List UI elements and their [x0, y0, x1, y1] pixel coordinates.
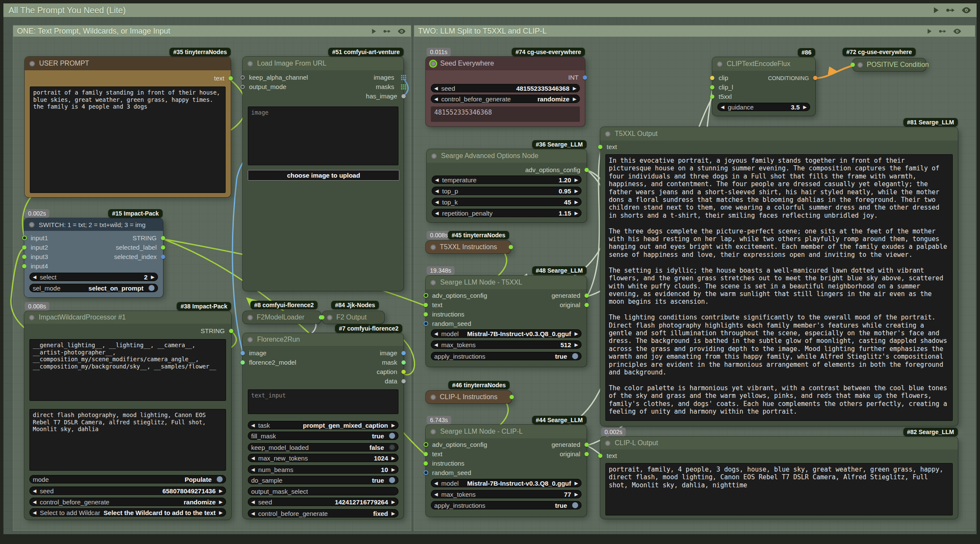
output-port-original[interactable] [585, 452, 589, 456]
choose-image-button[interactable]: choose image to upload [248, 170, 399, 181]
node-header[interactable]: Load Image From URL [243, 57, 404, 70]
node-searge-llm-t5xxl[interactable]: Searge LLM Node - T5XXL adv_options_conf… [426, 276, 587, 367]
collapse-dot-icon[interactable] [605, 440, 610, 446]
toggle-icon[interactable] [149, 285, 155, 291]
increment-arrow-icon[interactable]: ▶ [575, 178, 578, 182]
widget-select[interactable]: ◀ select 2 ▶ [29, 273, 158, 281]
node-f2-model-loader[interactable]: F2ModelLoader [243, 311, 321, 324]
toggle-icon[interactable] [389, 477, 395, 483]
node-t5xxl-output[interactable]: T5XXL Output text In this evocative port… [600, 127, 958, 426]
decrement-arrow-icon[interactable]: ◀ [434, 97, 438, 101]
decrement-arrow-icon[interactable]: ◀ [251, 500, 255, 504]
output-port-selected-label[interactable] [161, 245, 165, 250]
increment-arrow-icon[interactable]: ▶ [575, 343, 578, 347]
decrement-arrow-icon[interactable]: ◀ [33, 275, 36, 279]
output-port-image[interactable] [401, 351, 406, 355]
decrement-arrow-icon[interactable]: ◀ [251, 467, 255, 472]
node-seed-everywhere[interactable]: Seed Everywhere INT ◀ seed 4815523353463… [426, 57, 585, 127]
widget-mode[interactable]: mode Populate [29, 475, 226, 484]
image-url-textarea[interactable]: image [248, 106, 398, 165]
toggle-icon[interactable] [389, 444, 395, 450]
text-input-textarea[interactable]: text_input [248, 389, 398, 414]
increment-arrow-icon[interactable]: ▶ [575, 189, 578, 193]
input-port[interactable] [320, 315, 324, 319]
collapse-dot-icon[interactable] [717, 61, 722, 67]
input-port-input3[interactable] [22, 255, 26, 259]
collapse-dot-icon[interactable] [857, 62, 863, 68]
eye-icon[interactable] [397, 28, 406, 35]
node-header[interactable]: T5XXL Output [600, 127, 958, 141]
collapse-dot-icon[interactable] [431, 153, 437, 159]
prompt-textarea[interactable]: portrait of a family standing in front o… [30, 86, 226, 193]
group-one-header[interactable]: ONE: Text Prompt, Wildcards, or Image In… [13, 26, 411, 37]
output-port-string[interactable] [161, 236, 165, 240]
play-icon[interactable] [931, 6, 940, 14]
output-port-has-image[interactable] [401, 94, 406, 98]
increment-arrow-icon[interactable]: ▶ [575, 211, 578, 216]
populated-textarea[interactable]: direct flash photography, mood lighting,… [29, 409, 226, 471]
increment-arrow-icon[interactable]: ▶ [575, 200, 578, 204]
node-load-image-from-url[interactable]: Load Image From URL keep_alpha_channel i… [243, 57, 404, 291]
output-port-selected-index[interactable] [161, 255, 165, 259]
widget-control-before-generate[interactable]: ◀ control_before_generate randomize ▶ [431, 95, 580, 103]
output-port-string[interactable] [229, 329, 233, 333]
input-port-clip[interactable] [710, 76, 714, 80]
node-t5xxl-instructions[interactable]: T5XXL Instructions [426, 241, 511, 253]
node-header[interactable]: Searge LLM Node - T5XXL [426, 276, 587, 289]
node-f2-output[interactable]: F2 Output [322, 311, 384, 324]
increment-arrow-icon[interactable]: ▶ [219, 510, 223, 515]
input-port-clip-l[interactable] [710, 85, 714, 89]
input-port[interactable] [851, 63, 855, 67]
output-port-conditioning[interactable] [813, 76, 817, 80]
input-port-florence2-model[interactable] [241, 360, 245, 365]
eye-icon[interactable] [953, 28, 962, 35]
increment-arrow-icon[interactable]: ▶ [392, 500, 395, 504]
increment-arrow-icon[interactable]: ▶ [575, 331, 578, 336]
input-port-text[interactable] [424, 452, 428, 456]
node-header[interactable]: Searge LLM Node - CLIP-L [426, 425, 587, 438]
output-port-generated[interactable] [585, 443, 589, 447]
collapse-dot-icon[interactable] [29, 61, 35, 66]
increment-arrow-icon[interactable]: ▶ [392, 467, 395, 472]
widget-output-mask-select[interactable]: output_mask_select [248, 487, 398, 495]
output-port-mask[interactable] [401, 360, 406, 365]
node-header[interactable]: Seed Everywhere [426, 57, 585, 70]
input-port-instructions[interactable] [424, 312, 428, 317]
node-header[interactable]: CLIP-L Output [600, 437, 958, 449]
bypass-link-icon[interactable] [383, 28, 392, 35]
widget-fill-mask[interactable]: fill_mask true [248, 432, 398, 440]
input-port-keep-alpha-channel[interactable] [241, 75, 245, 80]
output-port-masks-grid-icon[interactable] [401, 84, 406, 89]
increment-arrow-icon[interactable]: ▶ [219, 500, 223, 504]
input-port-adv-options-config[interactable] [424, 293, 428, 298]
input-port-text[interactable] [598, 145, 602, 149]
decrement-arrow-icon[interactable]: ◀ [435, 189, 438, 193]
decrement-arrow-icon[interactable]: ◀ [435, 200, 438, 204]
collapse-dot-icon[interactable] [430, 61, 436, 66]
decrement-arrow-icon[interactable]: ◀ [33, 510, 36, 515]
toggle-icon[interactable] [217, 476, 223, 482]
collapse-dot-icon[interactable] [247, 61, 253, 66]
output-port-data[interactable] [401, 379, 406, 383]
toggle-icon[interactable] [389, 433, 395, 439]
widget-select-wildcard[interactable]: ◀ Select to add Wildcard Select the Wild… [29, 508, 226, 517]
increment-arrow-icon[interactable]: ▶ [392, 511, 395, 516]
increment-arrow-icon[interactable]: ▶ [151, 275, 155, 279]
output-port-original[interactable] [585, 303, 589, 307]
decrement-arrow-icon[interactable]: ◀ [33, 500, 36, 504]
decrement-arrow-icon[interactable]: ◀ [434, 481, 438, 486]
widget-max-tokens[interactable]: ◀ max_tokens 512 ▶ [431, 340, 582, 349]
widget-apply-instructions[interactable]: apply_instructions true [431, 501, 582, 509]
clip-l-output-textarea[interactable]: portrait, family, 4 people, 3 dogs, hous… [605, 463, 953, 515]
group-two-header[interactable]: TWO: LLM Split to T5XXL and CLIP-L [414, 26, 975, 37]
node-header[interactable]: Florence2Run [243, 333, 404, 346]
widget-num-beams[interactable]: ◀ num_beams 10 ▶ [248, 465, 398, 474]
decrement-arrow-icon[interactable]: ◀ [251, 423, 255, 428]
widget-control-before-generate[interactable]: ◀ control_before_generate randomize ▶ [29, 498, 226, 506]
increment-arrow-icon[interactable]: ▶ [575, 492, 578, 497]
bypass-link-icon[interactable] [946, 6, 956, 14]
decrement-arrow-icon[interactable]: ◀ [434, 86, 438, 91]
node-positive-condition[interactable]: POSITIVE Condition [853, 58, 926, 71]
widget-sel-mode[interactable]: sel_mode select_on_prompt [29, 284, 158, 292]
widget-task[interactable]: ◀ task prompt_gen_mixed_caption ▶ [248, 421, 398, 429]
